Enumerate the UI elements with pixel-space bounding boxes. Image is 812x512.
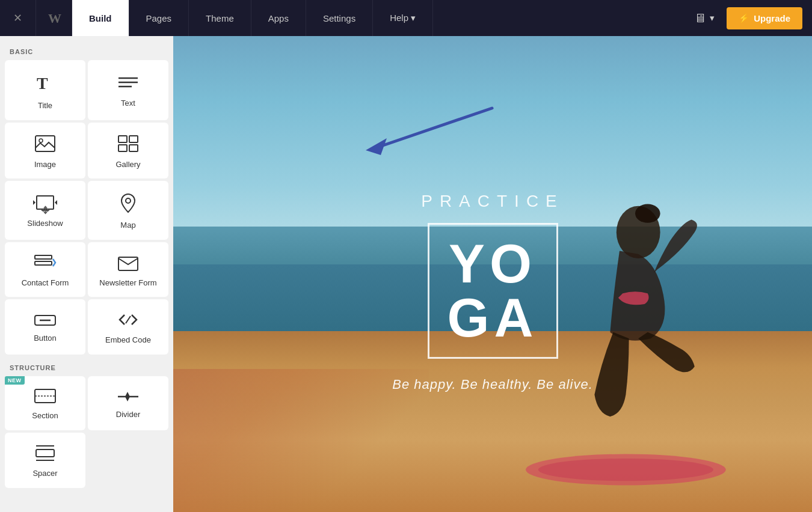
svg-text:W: W	[48, 11, 61, 26]
contact-form-icon	[34, 254, 57, 273]
svg-point-17	[46, 210, 48, 212]
structure-section: STRUCTURE NEW Section	[5, 362, 168, 488]
widget-slideshow[interactable]: ✥ Slideshow	[5, 181, 85, 240]
basic-widget-grid: T Title Text	[5, 60, 168, 355]
embed-code-label: Embed Code	[105, 335, 151, 345]
divider-icon	[117, 389, 140, 405]
widget-gallery[interactable]: Gallery	[88, 123, 168, 179]
svg-point-15	[43, 210, 45, 212]
tab-pages[interactable]: Pages	[129, 0, 189, 36]
widget-spacer[interactable]: Spacer	[5, 433, 85, 488]
svg-rect-5	[35, 136, 55, 151]
widget-divider[interactable]: Divider	[88, 376, 168, 430]
widget-section[interactable]: NEW Section	[5, 376, 85, 430]
svg-point-6	[39, 139, 43, 142]
section-label: Section	[32, 411, 58, 421]
yoga-person-illustration	[463, 127, 776, 512]
top-nav: ✕ W Build Pages Theme Apps Settings Help…	[0, 0, 812, 36]
widget-title[interactable]: T Title	[5, 60, 85, 120]
svg-line-24	[126, 316, 131, 323]
tab-apps[interactable]: Apps	[251, 0, 306, 36]
slideshow-icon	[33, 195, 57, 214]
widget-button[interactable]: Button	[5, 299, 85, 355]
svg-point-35	[538, 459, 713, 481]
gallery-icon	[117, 135, 139, 155]
title-label: Title	[38, 101, 52, 111]
spacer-icon	[34, 445, 57, 464]
svg-text:T: T	[37, 74, 48, 93]
text-label: Text	[121, 99, 135, 108]
weebly-logo-icon: W	[46, 10, 63, 26]
map-label: Map	[120, 221, 135, 230]
widget-newsletter-form[interactable]: Newsletter Form	[88, 242, 168, 297]
gallery-label: Gallery	[115, 160, 140, 169]
svg-rect-10	[129, 145, 138, 151]
nav-right: 🖥 ▾ ⚡ Upgrade	[684, 6, 812, 30]
logo: W	[36, 0, 72, 36]
close-button[interactable]: ✕	[0, 0, 36, 36]
button-label: Button	[34, 334, 57, 343]
contact-form-label: Contact Form	[22, 278, 69, 288]
widget-text[interactable]: Text	[88, 60, 168, 120]
divider-label: Divider	[116, 410, 140, 419]
newsletter-form-icon	[117, 254, 139, 273]
button-icon	[34, 313, 57, 329]
svg-marker-28	[125, 392, 130, 401]
svg-marker-13	[55, 200, 57, 205]
svg-rect-29	[36, 450, 54, 457]
new-badge: NEW	[5, 376, 25, 385]
svg-point-33	[635, 204, 660, 223]
slideshow-label: Slideshow	[27, 219, 63, 228]
map-icon	[119, 193, 137, 216]
svg-rect-20	[35, 261, 52, 265]
main-area: BASIC T Title	[0, 36, 812, 512]
close-icon: ✕	[13, 11, 22, 25]
newsletter-form-label: Newsletter Form	[99, 278, 156, 288]
sidebar: BASIC T Title	[0, 36, 173, 512]
nav-tabs: Build Pages Theme Apps Settings Help ▾	[72, 0, 684, 36]
title-icon: T	[34, 72, 56, 96]
spacer-label: Spacer	[32, 469, 57, 478]
tab-help[interactable]: Help ▾	[373, 0, 433, 36]
structure-widget-grid: NEW Section	[5, 376, 168, 488]
svg-point-16	[45, 210, 46, 212]
svg-marker-12	[33, 200, 35, 205]
tab-theme[interactable]: Theme	[189, 0, 251, 36]
svg-point-18	[126, 198, 131, 203]
image-label: Image	[34, 160, 56, 169]
tab-settings[interactable]: Settings	[306, 0, 373, 36]
widget-contact-form[interactable]: Contact Form	[5, 242, 85, 297]
svg-rect-9	[118, 145, 127, 151]
svg-rect-7	[118, 136, 127, 142]
tab-build[interactable]: Build	[72, 0, 129, 36]
structure-section-label: STRUCTURE	[5, 362, 168, 376]
svg-rect-8	[129, 136, 138, 142]
lightning-icon: ⚡	[739, 13, 749, 23]
device-chevron: ▾	[710, 13, 715, 23]
desktop-icon: 🖥	[694, 11, 706, 25]
device-selector[interactable]: 🖥 ▾	[684, 6, 724, 30]
widget-image[interactable]: Image	[5, 123, 85, 179]
section-icon	[34, 388, 57, 406]
basic-section-label: BASIC	[5, 46, 168, 60]
widget-map[interactable]: Map	[88, 181, 168, 240]
image-icon	[34, 135, 56, 155]
embed-code-icon	[117, 311, 139, 331]
svg-rect-11	[37, 196, 54, 209]
canvas-area: PRACTICE YO GA Be happy. Be healthy. Be …	[173, 36, 812, 512]
upgrade-button[interactable]: ⚡ Upgrade	[727, 7, 802, 29]
widget-embed-code[interactable]: Embed Code	[88, 299, 168, 355]
text-icon	[117, 75, 139, 94]
svg-rect-19	[35, 255, 52, 259]
